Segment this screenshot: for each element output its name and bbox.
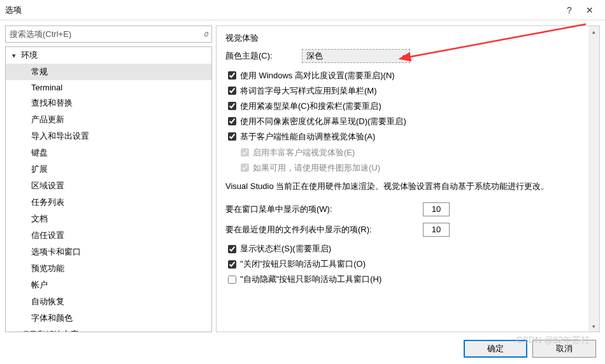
tree-item[interactable]: 扩展 xyxy=(6,161,211,178)
right-pane: 视觉体验 颜色主题(C): 深色 ▾ 使用 Windows 高对比度设置(需要重… xyxy=(216,25,600,332)
footer: 确定 取消 xyxy=(464,340,596,358)
checkbox-label: 将词首字母大写样式应用到菜单栏(M) xyxy=(240,85,377,97)
checkbox[interactable] xyxy=(228,260,236,269)
checkbox-label: "关闭"按钮只影响活动工具窗口(O) xyxy=(240,258,366,270)
checkbox-row: "自动隐藏"按钮只影响活动工具窗口(H) xyxy=(225,274,595,286)
checkbox[interactable] xyxy=(228,117,236,125)
theme-dropdown[interactable]: 深色 ▾ xyxy=(302,49,410,63)
theme-row: 颜色主题(C): 深色 ▾ xyxy=(225,49,595,63)
recent-files-count-label: 要在最近使用的文件列表中显示的项(R): xyxy=(225,224,423,235)
search-input[interactable] xyxy=(6,29,211,39)
tree-group-environment[interactable]: 环境 xyxy=(6,47,211,64)
checkbox[interactable] xyxy=(228,276,236,284)
theme-label: 颜色主题(C): xyxy=(225,50,302,62)
window-title: 选项 xyxy=(5,4,559,16)
checkbox-label: 使用不同像素密度优化屏幕呈现(D)(需要重启) xyxy=(240,116,406,127)
checkbox-label: 如果可用，请使用硬件图形加速(U) xyxy=(253,162,380,174)
left-pane: ⱉ 环境 常规Terminal查找和替换产品更新导入和导出设置键盘扩展区域设置任… xyxy=(5,25,212,332)
tree-item[interactable]: 预览功能 xyxy=(6,260,211,277)
recent-files-count-row: 要在最近使用的文件列表中显示的项(R): xyxy=(225,223,595,237)
ok-button[interactable]: 确定 xyxy=(464,340,527,358)
checkbox-row: 使用紧凑型菜单(C)和搜索栏(需要重启) xyxy=(225,100,595,112)
tree-item[interactable]: 任务列表 xyxy=(6,194,211,211)
checkbox[interactable] xyxy=(228,102,236,110)
info-text: Visual Studio 当前正在使用硬件加速渲染。视觉体验设置将自动基于系统… xyxy=(225,180,595,193)
recent-files-count-input[interactable] xyxy=(423,223,450,237)
checkbox-row: 启用丰富客户端视觉体验(E) xyxy=(225,146,595,158)
checkbox-row: 基于客户端性能自动调整视觉体验(A) xyxy=(225,130,595,143)
nav-tree[interactable]: 环境 常规Terminal查找和替换产品更新导入和导出设置键盘扩展区域设置任务列… xyxy=(5,46,212,332)
checkbox[interactable] xyxy=(228,87,236,95)
checkbox xyxy=(241,164,249,172)
checkbox-label: 使用 Windows 高对比度设置(需要重启)(N) xyxy=(240,70,395,81)
checkbox-row: 使用不同像素密度优化屏幕呈现(D)(需要重启) xyxy=(225,115,595,127)
checkbox-label: 显示状态栏(S)(需要重启) xyxy=(240,243,331,255)
tree-item[interactable]: 选项卡和窗口 xyxy=(6,244,211,260)
checkbox-row: 如果可用，请使用硬件图形加速(U) xyxy=(225,162,595,174)
tree-item[interactable]: 帐户 xyxy=(6,277,211,293)
search-icon: ⱉ xyxy=(203,29,208,41)
tree-item[interactable]: 文档 xyxy=(6,211,211,227)
section-title: 视觉体验 xyxy=(225,32,595,44)
tree-item[interactable]: 产品更新 xyxy=(6,111,211,128)
tree-item[interactable]: 自动恢复 xyxy=(6,293,211,310)
tree-item[interactable]: 键盘 xyxy=(6,144,211,161)
help-button[interactable]: ? xyxy=(559,0,580,20)
checkbox[interactable] xyxy=(228,245,236,253)
checkbox-row: "关闭"按钮只影响活动工具窗口(O) xyxy=(225,258,595,270)
window-menu-count-input[interactable] xyxy=(423,202,450,216)
checkbox[interactable] xyxy=(228,132,236,141)
window-menu-count-row: 要在窗口菜单中显示的项(W): xyxy=(225,202,595,216)
tree-item[interactable]: 信任设置 xyxy=(6,227,211,244)
checkbox-row: 使用 Windows 高对比度设置(需要重启)(N) xyxy=(225,69,595,81)
close-button[interactable]: ✕ xyxy=(580,0,600,20)
scroll-down-icon[interactable]: ▾ xyxy=(588,321,599,332)
dialog-body: ⱉ 环境 常规Terminal查找和替换产品更新导入和导出设置键盘扩展区域设置任… xyxy=(0,20,605,332)
tree-item[interactable]: 查找和替换 xyxy=(6,95,211,111)
chevron-down-icon: ▾ xyxy=(402,53,406,60)
checkbox-row: 显示状态栏(S)(需要重启) xyxy=(225,243,595,255)
tree-item[interactable]: 字体和颜色 xyxy=(6,310,211,326)
tree-item[interactable]: Terminal xyxy=(6,80,211,95)
window-menu-count-label: 要在窗口菜单中显示的项(W): xyxy=(225,204,423,215)
search-wrap: ⱉ xyxy=(5,25,212,43)
right-scrollbar[interactable]: ▴ ▾ xyxy=(588,26,599,332)
checkbox-label: 启用丰富客户端视觉体验(E) xyxy=(253,147,355,158)
theme-value: 深色 xyxy=(306,50,323,62)
checkbox-label: "自动隐藏"按钮只影响活动工具窗口(H) xyxy=(240,274,381,285)
tree-item[interactable]: 导入和导出设置 xyxy=(6,128,211,144)
checkbox-row: 将词首字母大写样式应用到菜单栏(M) xyxy=(225,85,595,97)
checkbox-label: 使用紧凑型菜单(C)和搜索栏(需要重启) xyxy=(240,101,381,112)
cancel-button[interactable]: 取消 xyxy=(532,340,596,358)
tree-group-projects[interactable]: 项目和解决方案 xyxy=(6,326,211,332)
scroll-up-icon[interactable]: ▴ xyxy=(588,26,599,37)
checkbox xyxy=(241,148,249,157)
checkbox[interactable] xyxy=(228,71,236,80)
tree-item[interactable]: 常规 xyxy=(6,64,211,80)
tree-item[interactable]: 区域设置 xyxy=(6,178,211,194)
title-bar: 选项 ? ✕ xyxy=(0,0,605,20)
checkbox-label: 基于客户端性能自动调整视觉体验(A) xyxy=(240,131,375,143)
